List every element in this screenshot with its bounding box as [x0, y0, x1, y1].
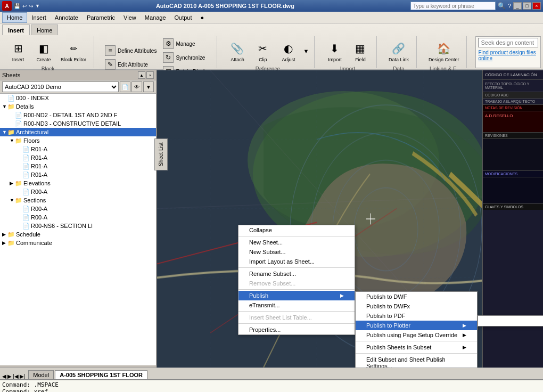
ctx-rename-subset[interactable]: Rename Subset... — [238, 269, 355, 279]
tab-prev-btn[interactable]: ◀ — [2, 373, 6, 379]
tree-item-details[interactable]: ▼ 📁 Details — [0, 102, 156, 111]
plotter-arrow-icon: ▶ — [463, 323, 466, 328]
tree-item-r00a-elev[interactable]: 📄 R00-A — [0, 187, 156, 196]
ctx-insert-sheet-list[interactable]: Insert Sheet List Table... — [238, 313, 355, 322]
ctx-pub-subset[interactable]: Publish Sheets in Subset ▶ — [356, 342, 477, 352]
btn-import[interactable]: ⬇ Import — [323, 37, 347, 65]
tree-item-r00nd2[interactable]: 📄 R00-ND2 - DETAIL 1ST AND 2ND F — [0, 111, 156, 119]
maximize-btn[interactable]: □ — [523, 2, 531, 10]
help-icon[interactable]: ? — [508, 3, 511, 9]
tab-home[interactable]: Home — [31, 24, 58, 35]
btn-define-attributes[interactable]: ≡ Define Attributes — [103, 44, 159, 57]
tree-icon-r01a3: 📄 — [22, 162, 30, 170]
tree-item-elevations[interactable]: ▶ 📁 Elevations — [0, 179, 156, 187]
quick-access-save[interactable]: 💾 — [14, 3, 20, 9]
btn-edit-attribute[interactable]: ✎ Edit Attribute — [103, 58, 159, 71]
tree-item-architectural[interactable]: ▼ 📁 Architectural — [0, 128, 156, 136]
sheet-set-dropdown[interactable]: AutoCAD 2010 Demo — [2, 81, 119, 92]
cmdline-line-1: Command: .MSPACE — [2, 381, 541, 388]
tab-model[interactable]: Model — [28, 370, 54, 379]
panel-notas: NOTAS DE REVISIÓN — [483, 105, 543, 111]
sheet-up-btn[interactable]: ▲ — [138, 71, 145, 79]
tab-first-btn[interactable]: |◀ — [13, 373, 19, 379]
tab-insert[interactable]: Insert — [2, 24, 30, 35]
tree-item-r01a1[interactable]: 📄 R01-A — [0, 145, 156, 153]
menu-insert[interactable]: Insert — [27, 12, 51, 23]
sheet-toolbar: AutoCAD 2010 Demo 📄 👁 ▼ — [0, 80, 156, 94]
search-icon[interactable]: 🔍 — [498, 2, 506, 10]
menu-parametric[interactable]: Parametric — [83, 12, 119, 23]
ctx-etransmit[interactable]: eTransmit... — [238, 300, 355, 310]
ctx-new-sheet[interactable]: New Sheet... — [238, 238, 355, 247]
ctx-sep-5 — [238, 323, 355, 324]
design-content-search-input[interactable] — [478, 38, 538, 47]
tree-item-r01a2[interactable]: 📄 R01-A — [0, 153, 156, 162]
menu-annotate[interactable]: Annotate — [51, 12, 83, 23]
quick-access-undo[interactable]: ↩ — [22, 3, 27, 9]
sheet-close-btn[interactable]: × — [146, 71, 154, 79]
menu-home[interactable]: Home — [2, 12, 27, 23]
tree-item-r00a-sec1[interactable]: 📄 R00-A — [0, 205, 156, 213]
sheet-view-btn[interactable]: 👁 — [131, 81, 142, 92]
tab-next-btn[interactable]: ▶ — [7, 373, 12, 379]
sheet-options-btn[interactable]: ▼ — [143, 81, 154, 92]
tab-a005[interactable]: A-005 SHOPPING 1ST FLOOR — [55, 370, 147, 379]
ctx-import-layout[interactable]: Import Layout as Sheet... — [238, 257, 355, 266]
tab-last-btn[interactable]: ▶| — [20, 373, 26, 379]
btn-synchronize[interactable]: ↻ Synchronize — [161, 51, 212, 64]
tree-item-r00nd3[interactable]: 📄 R00-ND3 - CONSTRUCTIVE DETAIL — [0, 119, 156, 128]
close-btn[interactable]: × — [532, 2, 541, 10]
tree-item-sections[interactable]: ▼ 📁 Sections — [0, 196, 156, 205]
tree-item-r00a-sec2[interactable]: 📄 R00-A — [0, 213, 156, 222]
btn-field[interactable]: ▦ Field — [349, 37, 372, 65]
btn-design-center[interactable]: 🏠 Design Center — [425, 37, 463, 65]
ctx-pub-dwfx[interactable]: Publish to DWFx — [356, 301, 477, 311]
tree-icon-r00nd2: 📄 — [15, 111, 22, 119]
btn-attach[interactable]: 📎 Attach — [226, 37, 249, 65]
ribbon: Insert Home ⊞ Insert ◧ Create ✏ Block Ed… — [0, 23, 543, 70]
ctx-properties[interactable]: Properties... — [238, 325, 355, 334]
btn-insert[interactable]: ⊞ Insert — [6, 37, 30, 65]
quick-access-more[interactable]: ▼ — [35, 3, 40, 9]
menu-view[interactable]: View — [119, 12, 141, 23]
tree-item-floors[interactable]: ▼ 📁 Floors — [0, 136, 156, 145]
ctx-edit-subset[interactable]: Edit Subset and Sheet Publish Settings..… — [356, 355, 477, 368]
new-sheet-btn[interactable]: 📄 — [120, 81, 130, 92]
quick-access-redo[interactable]: ↪ — [29, 3, 33, 9]
tree-arrow-floors: ▼ — [10, 138, 15, 143]
ctx-remove-subset[interactable]: Remove Subset... — [238, 279, 355, 288]
ctx-publish[interactable]: Publish ▶ — [238, 291, 355, 300]
sheet-list-tab[interactable]: Sheet List — [154, 138, 168, 170]
ctx-pub-page-setup[interactable]: Publish using Page Setup Override ▶ — [356, 330, 477, 340]
tree-item-communicate[interactable]: ▶ 📁 Communicate — [0, 239, 156, 247]
tree-label-architectural: Architectural — [16, 129, 48, 135]
tree-item-r00ns6[interactable]: 📄 R00-NS6 - SECTION LI — [0, 222, 156, 230]
tree-item-schedule[interactable]: ▶ 📁 Schedule — [0, 230, 156, 239]
tree-item-r01a3[interactable]: 📄 R01-A — [0, 162, 156, 170]
panel-resize-handle[interactable] — [0, 365, 156, 368]
ctx-pub-plotter[interactable]: Publish to Plotter ▶ — [356, 321, 477, 330]
btn-more-ref[interactable]: ▼ — [302, 48, 310, 54]
ctx-collapse[interactable]: Collapse — [238, 225, 355, 235]
keyword-search-input[interactable] — [410, 2, 496, 10]
command-line: Command: .MSPACE Command: xref Command: … — [0, 379, 543, 392]
tree-item-000-index[interactable]: 📄 000 - INDEX — [0, 94, 156, 102]
ctx-pub-dwf[interactable]: Publish to DWF — [356, 292, 477, 301]
design-content-label[interactable]: Find product design files online — [478, 50, 538, 61]
btn-data-link[interactable]: 🔗 Data Link — [385, 37, 412, 65]
btn-manage[interactable]: ⚙ Manage — [161, 37, 212, 50]
minimize-btn[interactable]: _ — [513, 2, 522, 10]
menu-extra[interactable]: ● — [196, 12, 209, 23]
menu-manage[interactable]: Manage — [141, 12, 170, 23]
btn-clip[interactable]: ✂ Clip — [251, 37, 275, 65]
ctx-new-subset[interactable]: New Subset... — [238, 247, 355, 257]
tree-item-r01a4[interactable]: 📄 R01-A — [0, 170, 156, 179]
window-controls[interactable]: _ □ × — [513, 2, 541, 10]
ctx-pub-pdf[interactable]: Publish to PDF — [356, 311, 477, 321]
tree-arrow-communicate: ▶ — [2, 240, 7, 246]
tree-icon-floors: 📁 — [15, 137, 22, 144]
btn-create[interactable]: ◧ Create — [32, 37, 55, 65]
menu-output[interactable]: Output — [170, 12, 196, 23]
btn-adjust[interactable]: ◐ Adjust — [277, 37, 300, 65]
btn-block-editor[interactable]: ✏ Block Editor — [57, 37, 89, 65]
